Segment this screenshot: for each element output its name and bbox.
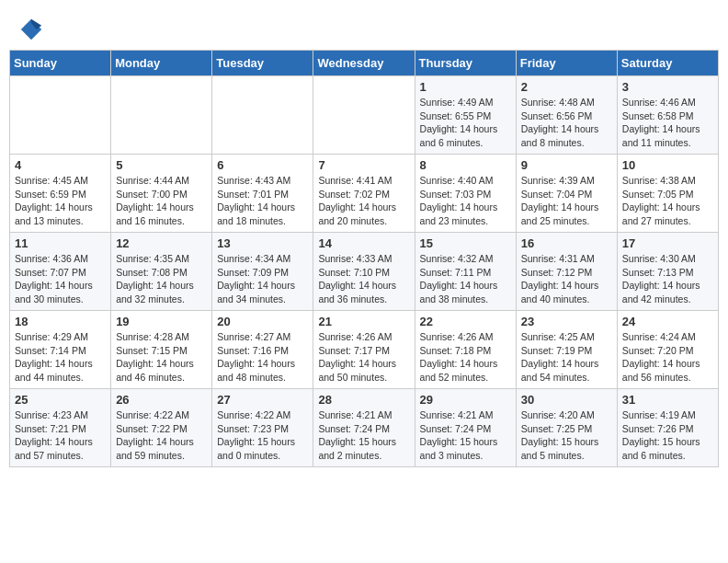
day-info: Sunrise: 4:41 AM Sunset: 7:02 PM Dayligh… <box>318 174 409 228</box>
day-number: 8 <box>420 158 511 172</box>
calendar-cell <box>313 76 415 155</box>
day-number: 24 <box>622 315 713 328</box>
calendar-cell: 4Sunrise: 4:45 AM Sunset: 6:59 PM Daylig… <box>10 155 111 233</box>
calendar-cell <box>212 76 313 155</box>
calendar-cell: 26Sunrise: 4:22 AM Sunset: 7:22 PM Dayli… <box>111 389 212 467</box>
calendar-cell: 19Sunrise: 4:28 AM Sunset: 7:15 PM Dayli… <box>111 311 212 389</box>
day-info: Sunrise: 4:45 AM Sunset: 6:59 PM Dayligh… <box>15 174 106 228</box>
calendar-table: SundayMondayTuesdayWednesdayThursdayFrid… <box>9 50 719 467</box>
day-info: Sunrise: 4:21 AM Sunset: 7:24 PM Dayligh… <box>420 408 511 463</box>
calendar-week-row: 11Sunrise: 4:36 AM Sunset: 7:07 PM Dayli… <box>10 233 719 311</box>
day-info: Sunrise: 4:31 AM Sunset: 7:12 PM Dayligh… <box>521 252 612 306</box>
calendar-cell <box>111 76 212 155</box>
page-header <box>9 9 719 46</box>
day-info: Sunrise: 4:27 AM Sunset: 7:16 PM Dayligh… <box>217 330 308 385</box>
day-of-week-header: Saturday <box>617 51 718 76</box>
day-number: 31 <box>622 393 713 407</box>
calendar-cell: 17Sunrise: 4:30 AM Sunset: 7:13 PM Dayli… <box>617 233 718 311</box>
day-info: Sunrise: 4:40 AM Sunset: 7:03 PM Dayligh… <box>420 174 511 228</box>
day-info: Sunrise: 4:35 AM Sunset: 7:08 PM Dayligh… <box>116 252 207 306</box>
calendar-cell: 15Sunrise: 4:32 AM Sunset: 7:11 PM Dayli… <box>415 233 516 311</box>
day-number: 29 <box>420 393 511 407</box>
day-number: 20 <box>217 315 308 328</box>
day-info: Sunrise: 4:43 AM Sunset: 7:01 PM Dayligh… <box>217 174 308 228</box>
day-info: Sunrise: 4:25 AM Sunset: 7:19 PM Dayligh… <box>521 330 612 385</box>
day-number: 6 <box>217 158 308 172</box>
day-number: 17 <box>622 236 713 250</box>
calendar-cell: 10Sunrise: 4:38 AM Sunset: 7:05 PM Dayli… <box>617 155 718 233</box>
day-of-week-header: Tuesday <box>212 51 313 76</box>
day-number: 14 <box>318 236 409 250</box>
day-number: 7 <box>318 158 409 172</box>
day-info: Sunrise: 4:44 AM Sunset: 7:00 PM Dayligh… <box>116 174 207 228</box>
day-number: 16 <box>521 236 612 250</box>
day-number: 5 <box>116 158 207 172</box>
day-number: 11 <box>15 236 106 250</box>
day-info: Sunrise: 4:21 AM Sunset: 7:24 PM Dayligh… <box>318 408 409 463</box>
calendar-week-row: 18Sunrise: 4:29 AM Sunset: 7:14 PM Dayli… <box>10 311 719 389</box>
calendar-week-row: 1Sunrise: 4:49 AM Sunset: 6:55 PM Daylig… <box>10 76 719 155</box>
calendar-week-row: 25Sunrise: 4:23 AM Sunset: 7:21 PM Dayli… <box>10 389 719 467</box>
calendar-cell: 22Sunrise: 4:26 AM Sunset: 7:18 PM Dayli… <box>415 311 516 389</box>
calendar-cell: 1Sunrise: 4:49 AM Sunset: 6:55 PM Daylig… <box>415 76 516 155</box>
day-number: 21 <box>318 315 409 328</box>
calendar-cell: 29Sunrise: 4:21 AM Sunset: 7:24 PM Dayli… <box>415 389 516 467</box>
calendar-cell: 23Sunrise: 4:25 AM Sunset: 7:19 PM Dayli… <box>516 311 617 389</box>
day-info: Sunrise: 4:23 AM Sunset: 7:21 PM Dayligh… <box>15 408 106 463</box>
calendar-cell <box>10 76 111 155</box>
day-number: 22 <box>420 315 511 328</box>
calendar-cell: 30Sunrise: 4:20 AM Sunset: 7:25 PM Dayli… <box>516 389 617 467</box>
calendar-cell: 25Sunrise: 4:23 AM Sunset: 7:21 PM Dayli… <box>10 389 111 467</box>
calendar-cell: 24Sunrise: 4:24 AM Sunset: 7:20 PM Dayli… <box>617 311 718 389</box>
day-info: Sunrise: 4:38 AM Sunset: 7:05 PM Dayligh… <box>622 174 713 228</box>
calendar-cell: 3Sunrise: 4:46 AM Sunset: 6:58 PM Daylig… <box>617 76 718 155</box>
calendar-cell: 27Sunrise: 4:22 AM Sunset: 7:23 PM Dayli… <box>212 389 313 467</box>
day-info: Sunrise: 4:20 AM Sunset: 7:25 PM Dayligh… <box>521 408 612 463</box>
calendar-cell: 20Sunrise: 4:27 AM Sunset: 7:16 PM Dayli… <box>212 311 313 389</box>
calendar-cell: 6Sunrise: 4:43 AM Sunset: 7:01 PM Daylig… <box>212 155 313 233</box>
day-number: 25 <box>15 393 106 407</box>
day-info: Sunrise: 4:26 AM Sunset: 7:17 PM Dayligh… <box>318 330 409 385</box>
calendar-week-row: 4Sunrise: 4:45 AM Sunset: 6:59 PM Daylig… <box>10 155 719 233</box>
day-number: 9 <box>521 158 612 172</box>
day-number: 28 <box>318 393 409 407</box>
day-number: 13 <box>217 236 308 250</box>
day-info: Sunrise: 4:28 AM Sunset: 7:15 PM Dayligh… <box>116 330 207 385</box>
calendar-cell: 16Sunrise: 4:31 AM Sunset: 7:12 PM Dayli… <box>516 233 617 311</box>
day-number: 26 <box>116 393 207 407</box>
calendar-cell: 28Sunrise: 4:21 AM Sunset: 7:24 PM Dayli… <box>313 389 415 467</box>
day-info: Sunrise: 4:39 AM Sunset: 7:04 PM Dayligh… <box>521 174 612 228</box>
day-info: Sunrise: 4:32 AM Sunset: 7:11 PM Dayligh… <box>420 252 511 306</box>
day-info: Sunrise: 4:49 AM Sunset: 6:55 PM Dayligh… <box>420 96 511 150</box>
day-number: 18 <box>15 315 106 328</box>
day-number: 19 <box>116 315 207 328</box>
logo-icon <box>18 17 44 42</box>
day-info: Sunrise: 4:24 AM Sunset: 7:20 PM Dayligh… <box>622 330 713 385</box>
calendar-cell: 8Sunrise: 4:40 AM Sunset: 7:03 PM Daylig… <box>415 155 516 233</box>
day-number: 10 <box>622 158 713 172</box>
day-of-week-header: Wednesday <box>313 51 415 76</box>
day-number: 3 <box>622 80 713 94</box>
day-info: Sunrise: 4:46 AM Sunset: 6:58 PM Dayligh… <box>622 96 713 150</box>
calendar-cell: 18Sunrise: 4:29 AM Sunset: 7:14 PM Dayli… <box>10 311 111 389</box>
day-number: 15 <box>420 236 511 250</box>
day-of-week-header: Sunday <box>10 51 111 76</box>
calendar-header-row: SundayMondayTuesdayWednesdayThursdayFrid… <box>10 51 719 76</box>
day-info: Sunrise: 4:29 AM Sunset: 7:14 PM Dayligh… <box>15 330 106 385</box>
day-of-week-header: Friday <box>516 51 617 76</box>
day-info: Sunrise: 4:22 AM Sunset: 7:23 PM Dayligh… <box>217 408 308 463</box>
calendar-cell: 2Sunrise: 4:48 AM Sunset: 6:56 PM Daylig… <box>516 76 617 155</box>
day-info: Sunrise: 4:48 AM Sunset: 6:56 PM Dayligh… <box>521 96 612 150</box>
day-info: Sunrise: 4:36 AM Sunset: 7:07 PM Dayligh… <box>15 252 106 306</box>
day-of-week-header: Monday <box>111 51 212 76</box>
calendar-cell: 31Sunrise: 4:19 AM Sunset: 7:26 PM Dayli… <box>617 389 718 467</box>
day-of-week-header: Thursday <box>415 51 516 76</box>
day-info: Sunrise: 4:22 AM Sunset: 7:22 PM Dayligh… <box>116 408 207 463</box>
day-number: 12 <box>116 236 207 250</box>
calendar-cell: 21Sunrise: 4:26 AM Sunset: 7:17 PM Dayli… <box>313 311 415 389</box>
calendar-cell: 13Sunrise: 4:34 AM Sunset: 7:09 PM Dayli… <box>212 233 313 311</box>
calendar-cell: 5Sunrise: 4:44 AM Sunset: 7:00 PM Daylig… <box>111 155 212 233</box>
day-info: Sunrise: 4:34 AM Sunset: 7:09 PM Dayligh… <box>217 252 308 306</box>
calendar-cell: 7Sunrise: 4:41 AM Sunset: 7:02 PM Daylig… <box>313 155 415 233</box>
calendar-cell: 9Sunrise: 4:39 AM Sunset: 7:04 PM Daylig… <box>516 155 617 233</box>
